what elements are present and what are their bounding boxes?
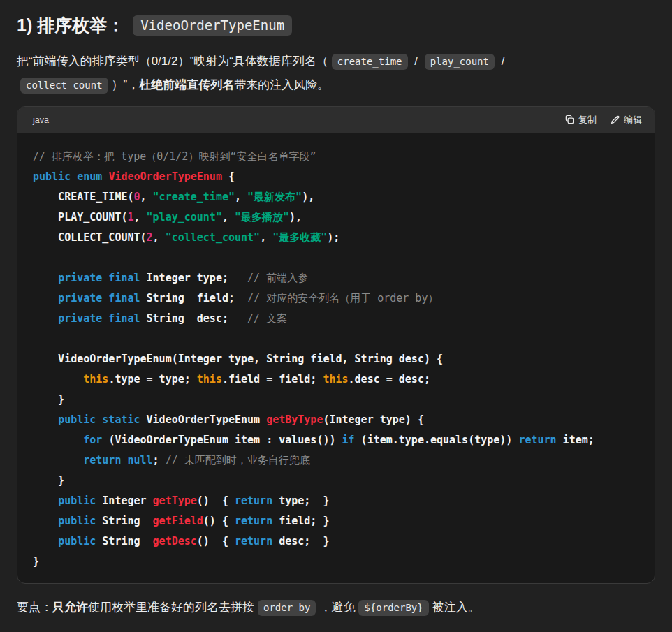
code-line: this.type = type; this.field = field; th… [33, 369, 639, 390]
text-segment: 带来的注入风险。 [234, 78, 329, 91]
code-line: public enum VideoOrderTypeEnum { [33, 167, 639, 187]
text-segment: 使用枚举里准备好的列名去拼接 [88, 601, 254, 614]
text-segment: / [498, 54, 504, 68]
code-line: public String getField() { return field;… [33, 511, 639, 531]
inline-code-heading: VideoOrderTypeEnum [133, 15, 292, 36]
code-area: // 排序枚举：把 type（0/1/2）映射到“安全白名单字段”public … [17, 133, 655, 583]
language-label: java [33, 115, 49, 125]
footer-note: 要点：只允许使用枚举里准备好的列名去拼接order by，避免${orderBy… [17, 597, 655, 618]
copy-button-label: 复制 [578, 114, 597, 126]
inline-code: create_time [332, 54, 408, 70]
intro-line: collect_count）”，杜绝前端直传列名带来的注入风险。 [17, 73, 655, 97]
text-segment: 要点： [17, 601, 52, 614]
code-line: } [33, 552, 639, 572]
code-line: } [33, 390, 639, 410]
text-segment: / [411, 54, 421, 68]
text-segment: 只允许 [52, 601, 88, 614]
section-heading-text: 1) 排序枚举： [17, 14, 124, 37]
text-segment: 把“前端传入的排序类型（0/1/2）”映射为“具体数据库列名（ [17, 54, 328, 68]
code-block-actions: 复制 编辑 [564, 114, 642, 126]
code-block-header: java 复制 [17, 107, 655, 133]
code-line: return null; // 未匹配到时，业务自行兜底 [33, 450, 639, 471]
code-line: private final String desc; // 文案 [33, 309, 639, 329]
code-line: public static VideoOrderTypeEnum getByTy… [33, 410, 639, 430]
code-block: java 复制 [17, 106, 655, 584]
code-line: private final String field; // 对应的安全列名（用… [33, 288, 639, 309]
inline-code: collect_count [20, 78, 108, 94]
code-line: public String getDesc() { return desc; } [33, 531, 639, 552]
code-line: // 排序枚举：把 type（0/1/2）映射到“安全白名单字段” [33, 147, 639, 167]
code-line: CREATE_TIME(0, "create_time", "最新发布"), [33, 187, 639, 207]
intro-paragraph: 把“前端传入的排序类型（0/1/2）”映射为“具体数据库列名（create_ti… [17, 50, 655, 97]
code-line: PLAY_COUNT(1, "play_count", "最多播放"), [33, 207, 639, 228]
code-line: VideoOrderTypeEnum(Integer type, String … [33, 349, 639, 369]
inline-code: ${orderBy} [358, 600, 428, 616]
inline-code: play_count [425, 54, 495, 70]
code-line [33, 248, 639, 268]
code-line: private final Integer type; // 前端入参 [33, 268, 639, 288]
code-line: public Integer getType() { return type; … [33, 491, 639, 511]
pencil-icon [610, 115, 620, 125]
text-segment: ，避免 [319, 601, 355, 614]
code-line [33, 329, 639, 349]
intro-line: 把“前端传入的排序类型（0/1/2）”映射为“具体数据库列名（create_ti… [17, 50, 655, 73]
edit-button-label: 编辑 [624, 114, 642, 126]
text-segment: 被注入。 [432, 601, 480, 614]
message-content: 1) 排序枚举： VideoOrderTypeEnum 把“前端传入的排序类型（… [0, 0, 672, 618]
code-line: for (VideoOrderTypeEnum item : values())… [33, 430, 639, 450]
section-heading: 1) 排序枚举： VideoOrderTypeEnum [17, 14, 655, 37]
text-segment: 杜绝前端直传列名 [139, 78, 234, 91]
text-segment: ）”， [112, 78, 140, 91]
inline-code: order by [258, 600, 316, 616]
edit-button[interactable]: 编辑 [610, 114, 642, 126]
code-line: } [33, 471, 639, 491]
copy-icon [564, 115, 575, 125]
code-line: COLLECT_COUNT(2, "collect_count", "最多收藏"… [33, 228, 639, 248]
copy-button[interactable]: 复制 [564, 114, 597, 126]
